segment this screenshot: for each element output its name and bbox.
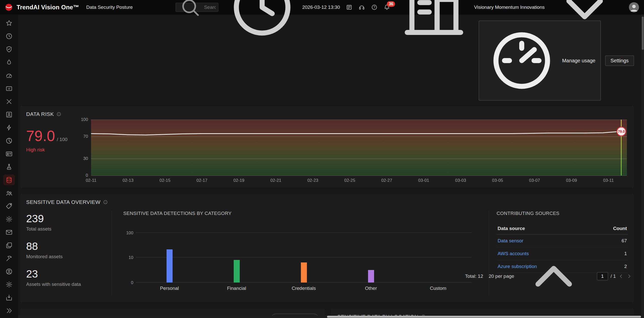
company-selector[interactable]: Visionary Momentum Innovations <box>396 0 622 45</box>
sidebar-item-security-lab[interactable] <box>3 161 15 172</box>
sidebar-item-asset-inventory[interactable] <box>3 148 15 159</box>
risk-trend-chart: 03070100 79.0 02-1102-1302-1502-1702-190… <box>79 120 628 183</box>
pagination-bar: Total: 12 20 per page / 1 <box>465 239 632 314</box>
category-chart-plot: 010100 <box>136 232 472 283</box>
sidebar-item-reports[interactable] <box>3 240 15 251</box>
stat-assets-sensitive: 23 Assets with sensitive data <box>26 268 106 287</box>
info-icon[interactable]: i <box>56 112 61 117</box>
stat-total-assets: 239 Total assets <box>26 213 106 232</box>
bar-financial[interactable] <box>234 260 240 283</box>
sources-title: CONTRIBUTING SOURCES <box>497 211 628 216</box>
vertical-scrollbar-thumb[interactable] <box>642 17 644 50</box>
sidebar-item-identity-security[interactable] <box>3 109 15 120</box>
help-icon[interactable]: ? <box>371 4 378 11</box>
category-label-personal: Personal <box>160 286 179 291</box>
vertical-scrollbar-track[interactable] <box>641 15 644 318</box>
risk-xtick-label: 02-11 <box>86 178 96 183</box>
risk-xtick-label: 03-01 <box>418 178 429 183</box>
console-time: 2026-03-12 13:30 <box>224 0 340 45</box>
sidebar-item-email-security[interactable] <box>3 227 15 238</box>
risk-score-badge[interactable]: 79.0 <box>617 127 626 136</box>
notifications-bell-icon[interactable]: 36 <box>384 4 390 11</box>
clock-icon <box>5 32 13 40</box>
page-title: Data Security Posture <box>86 5 133 10</box>
horizontal-scrollbar-thumb[interactable] <box>327 316 641 318</box>
sidebar-item-ai-companion[interactable]: ai <box>3 83 15 94</box>
bar-credentials[interactable] <box>301 262 307 283</box>
sidebar-item-xdr-threat-investigation[interactable] <box>3 96 15 107</box>
page-number-input[interactable] <box>597 272 608 280</box>
risk-xtick-label: 02-27 <box>381 178 392 183</box>
avatar[interactable] <box>629 2 639 12</box>
ai-icon: ai <box>5 85 13 92</box>
per-page-dropdown[interactable]: 20 per page <box>489 239 591 314</box>
category-label-financial: Financial <box>227 286 246 291</box>
sidebar-item-security-analytics[interactable] <box>3 188 15 198</box>
category-chart-labels: PersonalFinancialCredentialsOtherCustom <box>136 286 472 293</box>
risk-gridline <box>91 137 627 137</box>
risk-xtick-label: 03-05 <box>492 178 503 183</box>
search-input[interactable] <box>204 5 216 10</box>
risk-ytick-label: 0 <box>86 173 88 178</box>
risk-level: High risk <box>26 147 79 153</box>
idcard-icon <box>5 150 13 158</box>
bar-personal[interactable] <box>167 249 173 283</box>
sidebar-item-threat-detection[interactable] <box>3 122 15 133</box>
category-label-credentials: Credentials <box>292 286 316 291</box>
sidebar-item-policy-tags[interactable] <box>3 201 15 211</box>
sidebar-item-endpoint-security[interactable] <box>3 44 15 55</box>
topbar: TrendAI Vision One™ Data Security Postur… <box>0 0 644 15</box>
next-page-button[interactable] <box>626 274 632 279</box>
risk-xtick-label: 03-11 <box>603 178 614 183</box>
sidebar-item-user-account[interactable] <box>3 266 15 277</box>
settings-button[interactable]: Settings <box>605 56 634 66</box>
notification-badge: 36 <box>387 1 395 7</box>
category-ytick-label: 10 <box>124 255 133 260</box>
gear-icon <box>5 215 13 223</box>
risk-ytick-label: 30 <box>83 156 88 161</box>
risk-score-max: / 100 <box>57 137 67 142</box>
product-title: TrendAI Vision One™ <box>17 4 79 11</box>
support-icon[interactable] <box>358 4 365 11</box>
trend-logo-icon <box>5 4 13 11</box>
sidebar-item-product-connector[interactable] <box>3 292 15 303</box>
risk-xtick-label: 03-09 <box>566 178 577 183</box>
sidebar-item-administration[interactable] <box>3 279 15 290</box>
risk-xtick-label: 03-03 <box>455 178 466 183</box>
sources-table-head: Data sourceCount <box>497 223 628 235</box>
risk-xtick-label: 02-17 <box>196 178 207 183</box>
sidebar-item-favorites[interactable] <box>3 18 15 28</box>
sidebar-item-attack-surface[interactable] <box>3 57 15 68</box>
sidebar-item-risk-insights[interactable] <box>3 70 15 81</box>
pickaxe-icon <box>5 255 13 262</box>
sidebar-item-threat-intelligence[interactable] <box>3 135 15 146</box>
sidebar-item-forensics[interactable] <box>3 253 15 264</box>
overview-title: SENSITIVE DATA OVERVIEW i <box>26 199 628 205</box>
search-box[interactable] <box>176 3 218 12</box>
info-icon[interactable]: i <box>103 200 108 205</box>
risk-trend-line <box>91 131 621 135</box>
svg-text:i: i <box>59 113 59 115</box>
risk-gridline <box>91 120 627 120</box>
risk-xtick-label: 02-13 <box>123 178 133 183</box>
risk-xtick-label: 02-15 <box>159 178 170 183</box>
col-data-source: Data source <box>497 223 592 235</box>
box-arrow-icon <box>5 294 13 301</box>
flame-icon <box>5 59 13 66</box>
chevron-down-icon <box>547 0 622 45</box>
search-icon <box>178 0 202 19</box>
bar-other[interactable] <box>368 270 374 283</box>
identity-icon <box>5 111 13 118</box>
risk-gridline <box>91 159 627 159</box>
sidebar-item-service-management[interactable] <box>3 214 15 224</box>
whats-new-icon[interactable] <box>346 4 352 11</box>
pie-icon <box>5 137 13 145</box>
category-chart-section: SENSITIVE DATA DETECTIONS BY CATEGORY 01… <box>112 211 489 296</box>
sidebar-item-expand[interactable] <box>3 305 15 316</box>
risk-xtick-label: 03-07 <box>529 178 540 183</box>
pagination-total: Total: 12 <box>465 274 483 279</box>
data-risk-title: DATA RISK i <box>26 111 628 117</box>
sidebar-item-data-security[interactable] <box>3 174 15 185</box>
sidebar-item-recent[interactable] <box>3 31 15 41</box>
prev-page-button[interactable] <box>618 274 624 279</box>
